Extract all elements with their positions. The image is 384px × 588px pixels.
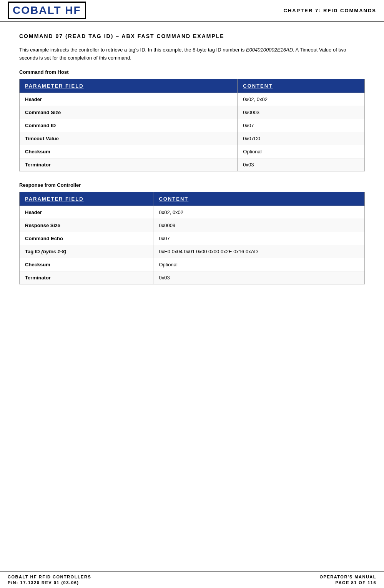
table-cell-field: Command Size	[20, 106, 238, 119]
table-cell-content: 0x03	[153, 271, 365, 284]
command-table-col2-header: CONTENT	[238, 79, 365, 93]
footer-left-line1: COBALT HF RFID CONTROLLERS	[8, 575, 91, 579]
response-from-controller-label: Response from Controller	[19, 182, 365, 188]
table-row: Header0x02, 0x02	[20, 206, 365, 219]
table-cell-field: Tag ID (bytes 1-8)	[20, 245, 153, 258]
table-cell-field: Header	[20, 206, 153, 219]
table-cell-field: Command Echo	[20, 232, 153, 245]
table-cell-content: 0x07	[153, 232, 365, 245]
response-table: PARAMETER FIELD CONTENT Header0x02, 0x02…	[19, 192, 365, 284]
table-row: Command Size0x0003	[20, 106, 365, 119]
page-header: COBALT HF CHAPTER 7: RFID COMMANDS	[0, 0, 384, 22]
table-cell-content: 0x02, 0x02	[153, 206, 365, 219]
footer-right-line1: OPERATOR'S MANUAL	[320, 575, 377, 579]
table-row: Response Size0x0009	[20, 219, 365, 232]
table-cell-field: Response Size	[20, 219, 153, 232]
footer-right-line2: PAGE 81 OF 116	[320, 580, 377, 585]
table-row: Timeout Value0x07D0	[20, 132, 365, 145]
table-cell-field: Header	[20, 93, 238, 106]
table-cell-field: Terminator	[20, 158, 238, 171]
footer-left-line2: P/N: 17-1320 REV 01 (03-06)	[8, 580, 91, 585]
logo-text: COBALT HF	[13, 4, 81, 16]
response-section: Response from Controller PARAMETER FIELD…	[19, 182, 365, 284]
table-cell-field: Command ID	[20, 119, 238, 132]
table-cell-content: 0x0009	[153, 219, 365, 232]
table-row: Command ID0x07	[20, 119, 365, 132]
section-heading: Command 07 (Read Tag ID) – ABX Fast Comm…	[19, 33, 365, 39]
table-cell-content: 0x07	[238, 119, 365, 132]
footer-right: OPERATOR'S MANUAL PAGE 81 OF 116	[320, 575, 377, 585]
table-cell-field: Timeout Value	[20, 132, 238, 145]
intro-text-start: This example instructs the controller to…	[19, 47, 246, 53]
table-row: Header0x02, 0x02	[20, 93, 365, 106]
table-cell-content: Optional	[153, 258, 365, 271]
table-row: Command Echo0x07	[20, 232, 365, 245]
table-cell-content: 0xE0 0x04 0x01 0x00 0x00 0x2E 0x16 0xAD	[153, 245, 365, 258]
command-table: PARAMETER FIELD CONTENT Header0x02, 0x02…	[19, 79, 365, 171]
table-cell-field: Terminator	[20, 271, 153, 284]
footer-left: COBALT HF RFID CONTROLLERS P/N: 17-1320 …	[8, 575, 91, 585]
table-cell-field: Checksum	[20, 258, 153, 271]
table-row: Terminator0x03	[20, 158, 365, 171]
page-footer: COBALT HF RFID CONTROLLERS P/N: 17-1320 …	[0, 571, 384, 588]
response-table-col1-header: PARAMETER FIELD	[20, 192, 153, 206]
table-cell-content: Optional	[238, 145, 365, 158]
response-table-col2-header: CONTENT	[153, 192, 365, 206]
table-cell-content: 0x02, 0x02	[238, 93, 365, 106]
table-row: Terminator0x03	[20, 271, 365, 284]
intro-italic: E0040100002E16AD	[246, 47, 293, 53]
table-cell-content: 0x07D0	[238, 132, 365, 145]
table-cell-content: 0x03	[238, 158, 365, 171]
table-row: ChecksumOptional	[20, 145, 365, 158]
table-row: Tag ID (bytes 1-8)0xE0 0x04 0x01 0x00 0x…	[20, 245, 365, 258]
command-table-col1-header: PARAMETER FIELD	[20, 79, 238, 93]
chapter-title: CHAPTER 7: RFID COMMANDS	[283, 8, 376, 13]
main-content: Command 07 (Read Tag ID) – ABX Fast Comm…	[0, 22, 384, 326]
table-cell-field: Checksum	[20, 145, 238, 158]
command-from-host-label: Command from Host	[19, 69, 365, 75]
table-cell-content: 0x0003	[238, 106, 365, 119]
logo-box: COBALT HF	[8, 2, 86, 19]
table-row: ChecksumOptional	[20, 258, 365, 271]
intro-paragraph: This example instructs the controller to…	[19, 46, 365, 62]
